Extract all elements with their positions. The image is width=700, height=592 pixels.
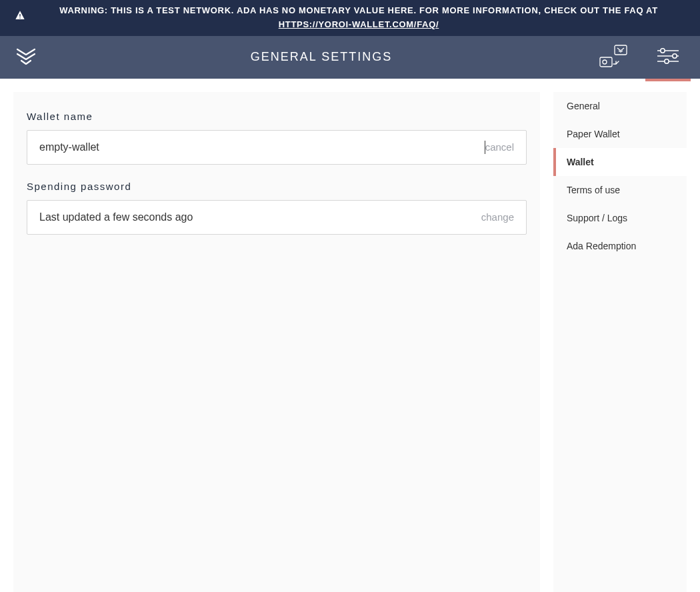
warning-text-wrap: WARNING: THIS IS A TEST NETWORK. ADA HAS… [32, 4, 685, 32]
svg-rect-3 [600, 57, 612, 67]
sidebar-item-label: Support / Logs [567, 213, 627, 223]
settings-panel: Wallet name cancel Spending password Las… [13, 92, 540, 592]
svg-rect-0 [19, 14, 20, 17]
svg-point-4 [603, 60, 607, 64]
settings-sidebar: General Paper Wallet Wallet Terms of use… [553, 92, 687, 592]
warning-icon [15, 10, 25, 25]
top-bar: GENERAL SETTINGS [0, 36, 700, 79]
settings-icon [657, 55, 679, 66]
sidebar-item-wallet[interactable]: Wallet [553, 148, 687, 176]
wallet-name-label: Wallet name [27, 111, 527, 122]
app-logo[interactable] [16, 47, 49, 68]
settings-active-indicator [645, 79, 691, 81]
wallets-icon [599, 59, 628, 70]
sidebar-item-label: Terms of use [567, 185, 620, 195]
svg-point-6 [661, 48, 665, 52]
wallet-name-cancel-button[interactable]: cancel [485, 141, 514, 153]
svg-rect-2 [615, 45, 627, 55]
wallets-button[interactable] [593, 31, 633, 84]
spending-password-group: Spending password Last updated a few sec… [27, 181, 527, 235]
sidebar-item-label: Wallet [567, 157, 594, 167]
sidebar-item-label: Ada Redemption [567, 241, 636, 251]
sidebar-item-support-logs[interactable]: Support / Logs [553, 204, 687, 232]
sidebar-item-label: Paper Wallet [567, 129, 620, 139]
warning-faq-link[interactable]: HTTPS://YOROI-WALLET.COM/FAQ/ [279, 19, 439, 29]
sidebar-item-ada-redemption[interactable]: Ada Redemption [553, 232, 687, 260]
spending-password-status: Last updated a few seconds ago [39, 211, 481, 223]
settings-button[interactable] [652, 35, 684, 80]
wallet-name-group: Wallet name cancel [27, 111, 527, 165]
svg-point-10 [665, 59, 669, 63]
page-title: GENERAL SETTINGS [49, 50, 593, 64]
topbar-actions [593, 31, 684, 84]
spending-password-field-box: Last updated a few seconds ago change [27, 200, 527, 235]
wallet-name-field-box: cancel [27, 130, 527, 165]
sidebar-item-general[interactable]: General [553, 92, 687, 120]
warning-text: WARNING: THIS IS A TEST NETWORK. ADA HAS… [59, 5, 658, 15]
svg-rect-1 [19, 18, 20, 19]
spending-password-label: Spending password [27, 181, 527, 192]
svg-point-8 [673, 53, 677, 57]
sidebar-item-label: General [567, 101, 600, 111]
spending-password-change-button[interactable]: change [481, 211, 514, 223]
sidebar-item-terms-of-use[interactable]: Terms of use [553, 176, 687, 204]
content-area: Wallet name cancel Spending password Las… [0, 79, 700, 592]
wallet-name-input[interactable] [39, 141, 486, 153]
sidebar-item-paper-wallet[interactable]: Paper Wallet [553, 120, 687, 148]
